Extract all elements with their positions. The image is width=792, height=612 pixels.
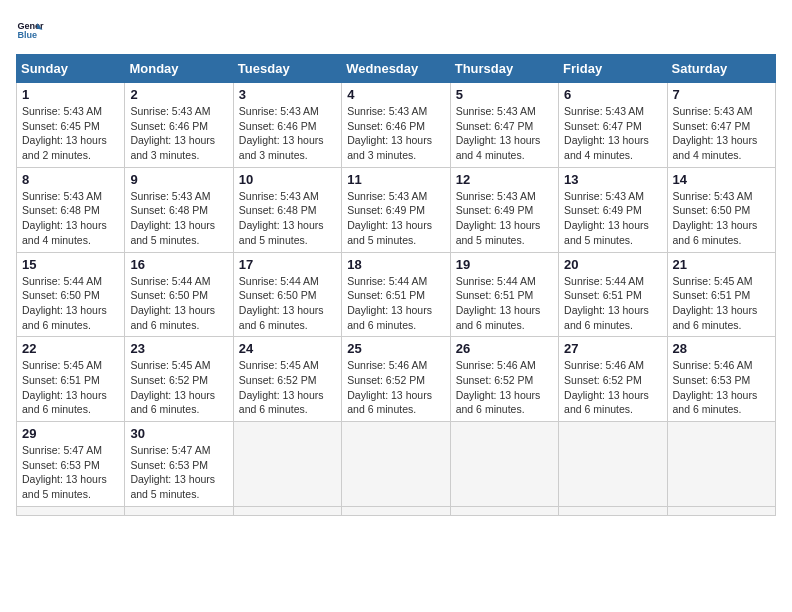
calendar-cell: 1 Sunrise: 5:43 AM Sunset: 6:45 PM Dayli… xyxy=(17,83,125,168)
calendar-cell xyxy=(233,506,341,515)
day-info: Sunrise: 5:43 AM Sunset: 6:49 PM Dayligh… xyxy=(456,189,553,248)
day-info: Sunrise: 5:43 AM Sunset: 6:48 PM Dayligh… xyxy=(22,189,119,248)
day-info: Sunrise: 5:43 AM Sunset: 6:46 PM Dayligh… xyxy=(347,104,444,163)
calendar-cell: 13 Sunrise: 5:43 AM Sunset: 6:49 PM Dayl… xyxy=(559,167,667,252)
calendar-cell xyxy=(342,422,450,507)
calendar-cell xyxy=(450,506,558,515)
day-info: Sunrise: 5:43 AM Sunset: 6:46 PM Dayligh… xyxy=(239,104,336,163)
calendar-body: 1 Sunrise: 5:43 AM Sunset: 6:45 PM Dayli… xyxy=(17,83,776,516)
day-number: 23 xyxy=(130,341,227,356)
calendar-cell: 23 Sunrise: 5:45 AM Sunset: 6:52 PM Dayl… xyxy=(125,337,233,422)
day-number: 17 xyxy=(239,257,336,272)
calendar-header-sunday: Sunday xyxy=(17,55,125,83)
calendar-cell xyxy=(559,506,667,515)
calendar-cell: 20 Sunrise: 5:44 AM Sunset: 6:51 PM Dayl… xyxy=(559,252,667,337)
calendar-cell: 8 Sunrise: 5:43 AM Sunset: 6:48 PM Dayli… xyxy=(17,167,125,252)
calendar-week-row: 29 Sunrise: 5:47 AM Sunset: 6:53 PM Dayl… xyxy=(17,422,776,507)
day-info: Sunrise: 5:45 AM Sunset: 6:52 PM Dayligh… xyxy=(239,358,336,417)
logo-icon: General Blue xyxy=(16,16,44,44)
calendar-cell: 21 Sunrise: 5:45 AM Sunset: 6:51 PM Dayl… xyxy=(667,252,775,337)
page-header: General Blue xyxy=(16,16,776,44)
day-number: 30 xyxy=(130,426,227,441)
svg-text:Blue: Blue xyxy=(17,30,37,40)
calendar-header-wednesday: Wednesday xyxy=(342,55,450,83)
calendar-cell: 14 Sunrise: 5:43 AM Sunset: 6:50 PM Dayl… xyxy=(667,167,775,252)
day-info: Sunrise: 5:44 AM Sunset: 6:51 PM Dayligh… xyxy=(564,274,661,333)
day-number: 21 xyxy=(673,257,770,272)
calendar-cell xyxy=(667,506,775,515)
calendar-cell xyxy=(125,506,233,515)
day-info: Sunrise: 5:46 AM Sunset: 6:53 PM Dayligh… xyxy=(673,358,770,417)
calendar-cell xyxy=(17,506,125,515)
calendar-cell: 24 Sunrise: 5:45 AM Sunset: 6:52 PM Dayl… xyxy=(233,337,341,422)
calendar-week-row: 1 Sunrise: 5:43 AM Sunset: 6:45 PM Dayli… xyxy=(17,83,776,168)
day-info: Sunrise: 5:47 AM Sunset: 6:53 PM Dayligh… xyxy=(22,443,119,502)
day-number: 13 xyxy=(564,172,661,187)
calendar-week-row xyxy=(17,506,776,515)
day-number: 10 xyxy=(239,172,336,187)
day-number: 25 xyxy=(347,341,444,356)
day-number: 27 xyxy=(564,341,661,356)
day-info: Sunrise: 5:43 AM Sunset: 6:45 PM Dayligh… xyxy=(22,104,119,163)
day-info: Sunrise: 5:44 AM Sunset: 6:51 PM Dayligh… xyxy=(347,274,444,333)
day-number: 22 xyxy=(22,341,119,356)
day-number: 12 xyxy=(456,172,553,187)
day-info: Sunrise: 5:43 AM Sunset: 6:47 PM Dayligh… xyxy=(456,104,553,163)
day-info: Sunrise: 5:43 AM Sunset: 6:50 PM Dayligh… xyxy=(673,189,770,248)
day-info: Sunrise: 5:43 AM Sunset: 6:49 PM Dayligh… xyxy=(347,189,444,248)
calendar-cell: 18 Sunrise: 5:44 AM Sunset: 6:51 PM Dayl… xyxy=(342,252,450,337)
calendar-cell: 10 Sunrise: 5:43 AM Sunset: 6:48 PM Dayl… xyxy=(233,167,341,252)
day-number: 24 xyxy=(239,341,336,356)
calendar-cell: 19 Sunrise: 5:44 AM Sunset: 6:51 PM Dayl… xyxy=(450,252,558,337)
calendar-week-row: 15 Sunrise: 5:44 AM Sunset: 6:50 PM Dayl… xyxy=(17,252,776,337)
calendar-cell: 3 Sunrise: 5:43 AM Sunset: 6:46 PM Dayli… xyxy=(233,83,341,168)
day-number: 20 xyxy=(564,257,661,272)
calendar-cell: 25 Sunrise: 5:46 AM Sunset: 6:52 PM Dayl… xyxy=(342,337,450,422)
day-number: 11 xyxy=(347,172,444,187)
calendar-cell: 28 Sunrise: 5:46 AM Sunset: 6:53 PM Dayl… xyxy=(667,337,775,422)
day-number: 3 xyxy=(239,87,336,102)
day-number: 7 xyxy=(673,87,770,102)
day-info: Sunrise: 5:46 AM Sunset: 6:52 PM Dayligh… xyxy=(456,358,553,417)
day-info: Sunrise: 5:43 AM Sunset: 6:48 PM Dayligh… xyxy=(239,189,336,248)
calendar-cell: 5 Sunrise: 5:43 AM Sunset: 6:47 PM Dayli… xyxy=(450,83,558,168)
calendar-cell: 16 Sunrise: 5:44 AM Sunset: 6:50 PM Dayl… xyxy=(125,252,233,337)
day-number: 5 xyxy=(456,87,553,102)
calendar-cell: 29 Sunrise: 5:47 AM Sunset: 6:53 PM Dayl… xyxy=(17,422,125,507)
day-number: 1 xyxy=(22,87,119,102)
calendar-cell: 7 Sunrise: 5:43 AM Sunset: 6:47 PM Dayli… xyxy=(667,83,775,168)
day-number: 15 xyxy=(22,257,119,272)
calendar-cell: 30 Sunrise: 5:47 AM Sunset: 6:53 PM Dayl… xyxy=(125,422,233,507)
day-info: Sunrise: 5:43 AM Sunset: 6:48 PM Dayligh… xyxy=(130,189,227,248)
day-number: 8 xyxy=(22,172,119,187)
day-info: Sunrise: 5:44 AM Sunset: 6:50 PM Dayligh… xyxy=(130,274,227,333)
calendar-cell xyxy=(559,422,667,507)
day-info: Sunrise: 5:43 AM Sunset: 6:49 PM Dayligh… xyxy=(564,189,661,248)
day-info: Sunrise: 5:44 AM Sunset: 6:51 PM Dayligh… xyxy=(456,274,553,333)
calendar-header-monday: Monday xyxy=(125,55,233,83)
calendar-week-row: 8 Sunrise: 5:43 AM Sunset: 6:48 PM Dayli… xyxy=(17,167,776,252)
calendar-cell xyxy=(342,506,450,515)
day-info: Sunrise: 5:43 AM Sunset: 6:46 PM Dayligh… xyxy=(130,104,227,163)
day-number: 28 xyxy=(673,341,770,356)
calendar-header-thursday: Thursday xyxy=(450,55,558,83)
day-info: Sunrise: 5:45 AM Sunset: 6:51 PM Dayligh… xyxy=(22,358,119,417)
day-number: 6 xyxy=(564,87,661,102)
calendar-cell: 4 Sunrise: 5:43 AM Sunset: 6:46 PM Dayli… xyxy=(342,83,450,168)
calendar-cell: 12 Sunrise: 5:43 AM Sunset: 6:49 PM Dayl… xyxy=(450,167,558,252)
day-info: Sunrise: 5:45 AM Sunset: 6:52 PM Dayligh… xyxy=(130,358,227,417)
calendar-header-tuesday: Tuesday xyxy=(233,55,341,83)
day-number: 2 xyxy=(130,87,227,102)
day-number: 29 xyxy=(22,426,119,441)
calendar-header-row: SundayMondayTuesdayWednesdayThursdayFrid… xyxy=(17,55,776,83)
calendar-cell: 15 Sunrise: 5:44 AM Sunset: 6:50 PM Dayl… xyxy=(17,252,125,337)
day-info: Sunrise: 5:44 AM Sunset: 6:50 PM Dayligh… xyxy=(22,274,119,333)
calendar-header-saturday: Saturday xyxy=(667,55,775,83)
day-number: 18 xyxy=(347,257,444,272)
day-info: Sunrise: 5:45 AM Sunset: 6:51 PM Dayligh… xyxy=(673,274,770,333)
calendar-cell: 11 Sunrise: 5:43 AM Sunset: 6:49 PM Dayl… xyxy=(342,167,450,252)
day-number: 9 xyxy=(130,172,227,187)
calendar-cell xyxy=(667,422,775,507)
day-info: Sunrise: 5:47 AM Sunset: 6:53 PM Dayligh… xyxy=(130,443,227,502)
calendar-table: SundayMondayTuesdayWednesdayThursdayFrid… xyxy=(16,54,776,516)
